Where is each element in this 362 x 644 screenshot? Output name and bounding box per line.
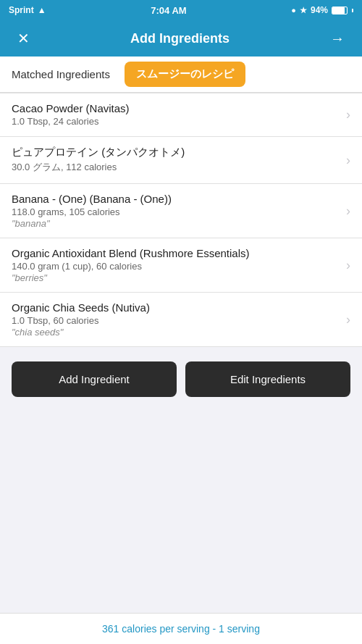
calories-label: 361 calories per serving - 1 serving	[102, 623, 260, 635]
ingredient-item[interactable]: Organic Chia Seeds (Nutiva)1.0 Tbsp, 60 …	[0, 293, 362, 347]
ingredient-tag: "banana"	[12, 218, 340, 229]
ingredient-item[interactable]: Cacao Powder (Navitas)1.0 Tbsp, 24 calor…	[0, 93, 362, 137]
status-bar: Sprint ▲ 7:04 AM ● ★ 94%	[0, 0, 362, 20]
ingredient-tag: "berries"	[12, 272, 340, 283]
chevron-right-icon: ›	[346, 258, 350, 273]
next-button[interactable]: →	[324, 28, 350, 50]
bluetooth-icon: ★	[300, 6, 307, 15]
wifi-icon: ▲	[38, 5, 46, 15]
ingredient-item[interactable]: ピュアプロテイン (タンパクオトメ)30.0 グラム, 112 calories…	[0, 137, 362, 184]
ingredient-tag: "chia seeds"	[12, 327, 340, 338]
status-left: Sprint ▲	[9, 5, 46, 15]
ingredient-name: ピュアプロテイン (タンパクオトメ)	[12, 146, 340, 159]
ingredient-name: Banana - (One) (Banana - (One))	[12, 193, 340, 205]
add-ingredient-button[interactable]: Add Ingredient	[12, 361, 177, 397]
tab-row: Matched Ingredients スムージーのレシピ	[0, 57, 362, 93]
ingredient-info: Cacao Powder (Navitas)1.0 Tbsp, 24 calor…	[12, 102, 340, 127]
ingredient-info: Organic Chia Seeds (Nutiva)1.0 Tbsp, 60 …	[12, 301, 340, 338]
chevron-right-icon: ›	[346, 153, 350, 168]
battery-icon	[332, 7, 348, 14]
ingredient-info: Organic Antioxidant Blend (Rushmore Esse…	[12, 247, 340, 283]
footer: 361 calories per serving - 1 serving	[0, 613, 362, 644]
location-icon: ●	[291, 6, 296, 14]
tab-matched-ingredients[interactable]: Matched Ingredients	[0, 59, 122, 89]
status-right: ● ★ 94%	[291, 5, 353, 15]
ingredient-detail: 30.0 グラム, 112 calories	[12, 161, 340, 174]
carrier-label: Sprint	[9, 5, 34, 15]
ingredient-detail: 140.0 gram (1 cup), 60 calories	[12, 261, 340, 272]
ingredient-name: Organic Chia Seeds (Nutiva)	[12, 301, 340, 314]
ingredient-info: Banana - (One) (Banana - (One))118.0 gra…	[12, 193, 340, 229]
status-time: 7:04 AM	[151, 5, 186, 16]
ingredient-list: Cacao Powder (Navitas)1.0 Tbsp, 24 calor…	[0, 93, 362, 347]
ingredient-name: Organic Antioxidant Blend (Rushmore Esse…	[12, 247, 340, 259]
close-button[interactable]: ✕	[12, 27, 35, 50]
battery-tip	[352, 9, 353, 12]
chevron-right-icon: ›	[346, 107, 350, 122]
tab-recipe[interactable]: スムージーのレシピ	[125, 62, 245, 87]
ingredient-detail: 118.0 grams, 105 calories	[12, 206, 340, 217]
chevron-right-icon: ›	[346, 204, 350, 219]
nav-title: Add Ingredients	[130, 31, 230, 46]
ingredient-item[interactable]: Banana - (One) (Banana - (One))118.0 gra…	[0, 184, 362, 238]
ingredient-detail: 1.0 Tbsp, 60 calories	[12, 315, 340, 326]
ingredient-name: Cacao Powder (Navitas)	[12, 102, 340, 114]
nav-bar: ✕ Add Ingredients →	[0, 20, 362, 57]
battery-label: 94%	[311, 5, 328, 15]
chevron-right-icon: ›	[346, 312, 350, 327]
ingredient-item[interactable]: Organic Antioxidant Blend (Rushmore Esse…	[0, 238, 362, 293]
ingredient-detail: 1.0 Tbsp, 24 calories	[12, 116, 340, 127]
edit-ingredients-button[interactable]: Edit Ingredients	[185, 361, 350, 397]
buttons-row: Add Ingredient Edit Ingredients	[0, 347, 362, 411]
ingredient-info: ピュアプロテイン (タンパクオトメ)30.0 グラム, 112 calories	[12, 146, 340, 175]
